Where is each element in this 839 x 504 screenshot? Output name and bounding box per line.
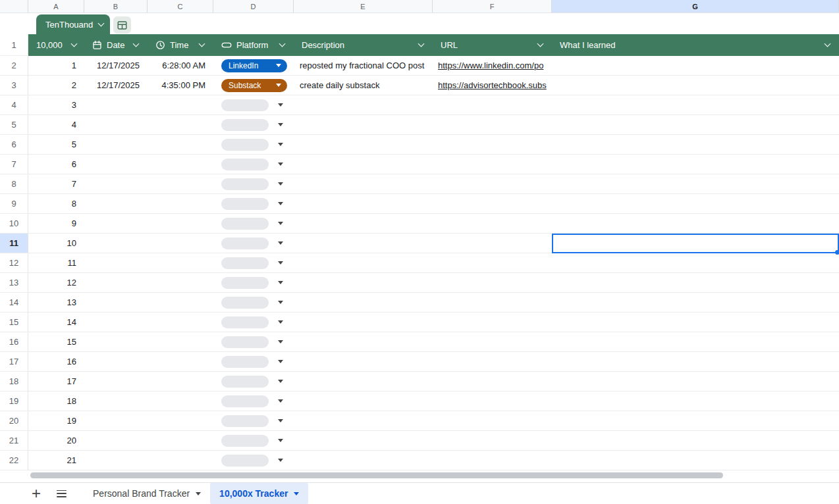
cell-date[interactable] [84, 273, 148, 292]
platform-chip-empty[interactable] [221, 356, 269, 368]
cell-platform[interactable] [213, 253, 294, 272]
row-header-8[interactable]: 8 [0, 174, 28, 194]
cell-date[interactable] [84, 115, 148, 134]
cell-time[interactable] [148, 313, 213, 332]
row-header-19[interactable]: 19 [0, 391, 28, 411]
cell-time[interactable] [148, 332, 213, 351]
cell-time[interactable]: 4:35:00 PM [148, 76, 213, 95]
chevron-down-icon[interactable] [278, 399, 283, 403]
cell-time[interactable] [148, 411, 213, 430]
column-header-d[interactable]: D [213, 0, 294, 13]
sheet-tab-10000x-tracker[interactable]: 10,000x Tracker [210, 483, 308, 504]
chevron-down-icon[interactable] [278, 281, 283, 284]
row-header-2[interactable]: 2 [0, 56, 28, 76]
row-header-20[interactable]: 20 [0, 411, 28, 431]
cell-description[interactable] [294, 352, 433, 371]
cell-description[interactable] [294, 115, 433, 134]
platform-chip-empty[interactable] [221, 415, 269, 427]
cell-platform[interactable] [213, 174, 294, 193]
platform-chip-empty[interactable] [221, 376, 269, 388]
cell-date[interactable] [84, 174, 148, 193]
cell-description[interactable] [294, 313, 433, 332]
cell-learned[interactable] [552, 352, 839, 371]
cell-url[interactable] [433, 431, 552, 450]
cell-count[interactable]: 20 [28, 431, 84, 450]
cell-learned[interactable] [552, 155, 839, 174]
cell-learned[interactable] [552, 411, 839, 430]
all-sheets-menu-icon[interactable] [57, 490, 67, 497]
cell-platform[interactable] [213, 214, 294, 233]
row-header-5[interactable]: 5 [0, 115, 28, 135]
cell-count[interactable]: 3 [28, 95, 84, 114]
chevron-down-icon[interactable] [278, 241, 283, 245]
cell-learned[interactable] [552, 391, 839, 411]
cell-url[interactable] [433, 372, 552, 391]
cell-description[interactable] [294, 293, 433, 312]
cell-url[interactable] [433, 234, 552, 253]
cell-url[interactable] [433, 293, 552, 312]
cell-url[interactable] [433, 451, 552, 470]
cell-learned[interactable] [552, 194, 839, 213]
cell-time[interactable] [148, 155, 213, 174]
cell-date[interactable] [84, 155, 148, 174]
cell-description[interactable] [294, 135, 433, 154]
cell-url[interactable] [433, 95, 552, 114]
sheet-tab-personal-brand-tracker[interactable]: Personal Brand Tracker [93, 488, 201, 499]
cell-platform[interactable] [213, 273, 294, 292]
platform-chip-empty[interactable] [221, 238, 269, 249]
row-header-9[interactable]: 9 [0, 194, 28, 214]
cell-url[interactable] [433, 174, 552, 193]
chevron-down-icon[interactable] [279, 41, 286, 47]
cell-platform[interactable] [213, 352, 294, 371]
cell-count[interactable]: 4 [28, 115, 84, 134]
cell-date[interactable] [84, 214, 148, 233]
cell-learned[interactable] [552, 253, 839, 272]
cell-description[interactable] [294, 174, 433, 193]
select-all-corner[interactable] [0, 0, 28, 13]
cell-date[interactable]: 12/17/2025 [84, 56, 148, 75]
row-header-15[interactable]: 15 [0, 313, 28, 332]
chevron-down-icon[interactable] [537, 41, 544, 47]
platform-chip-empty[interactable] [221, 178, 269, 190]
chevron-down-icon[interactable] [278, 261, 283, 265]
cell-date[interactable] [84, 352, 148, 371]
cell-date[interactable] [84, 313, 148, 332]
column-header-g[interactable]: G [552, 0, 839, 13]
header-cell-learned[interactable]: What I learned [552, 34, 839, 56]
cell-count[interactable]: 16 [28, 352, 84, 371]
cell-learned[interactable] [552, 313, 839, 332]
cell-learned[interactable] [552, 95, 839, 114]
cell-description[interactable]: reposted my fractional COO post [294, 56, 433, 75]
url-link[interactable]: https://www.linkedin.com/po [438, 61, 543, 70]
cell-time[interactable] [148, 194, 213, 213]
row-header-16[interactable]: 16 [0, 332, 28, 352]
platform-chip-empty[interactable] [221, 316, 269, 328]
chevron-down-icon[interactable] [133, 41, 140, 47]
horizontal-scrollbar[interactable] [30, 472, 723, 478]
row-header-10[interactable]: 10 [0, 214, 28, 234]
cell-learned[interactable] [552, 451, 839, 470]
cell-description[interactable] [294, 431, 433, 450]
cell-url[interactable]: https://www.linkedin.com/po [433, 56, 552, 75]
cell-date[interactable] [84, 431, 148, 450]
cell-date[interactable] [84, 391, 148, 411]
add-sheet-button[interactable]: + [32, 486, 41, 501]
column-header-e[interactable]: E [294, 0, 433, 13]
cell-count[interactable]: 11 [28, 253, 84, 272]
cell-description[interactable]: create daily substack [294, 76, 433, 95]
cell-count[interactable]: 19 [28, 411, 84, 430]
url-link[interactable]: https://advisortechbook.subs [438, 80, 547, 90]
cell-date[interactable] [84, 372, 148, 391]
row-header-6[interactable]: 6 [0, 135, 28, 155]
fill-handle[interactable] [835, 250, 839, 255]
cell-platform[interactable] [213, 391, 294, 411]
platform-chip-substack[interactable]: Substack [221, 79, 287, 92]
platform-chip-empty[interactable] [221, 257, 269, 269]
row-header-1[interactable]: 1 [0, 34, 28, 56]
cell-time[interactable] [148, 214, 213, 233]
platform-chip-empty[interactable] [221, 119, 269, 131]
cell-time[interactable] [148, 95, 213, 114]
header-cell-date[interactable]: Date [84, 34, 148, 56]
cell-learned[interactable] [552, 273, 839, 292]
cell-learned[interactable] [552, 234, 839, 253]
